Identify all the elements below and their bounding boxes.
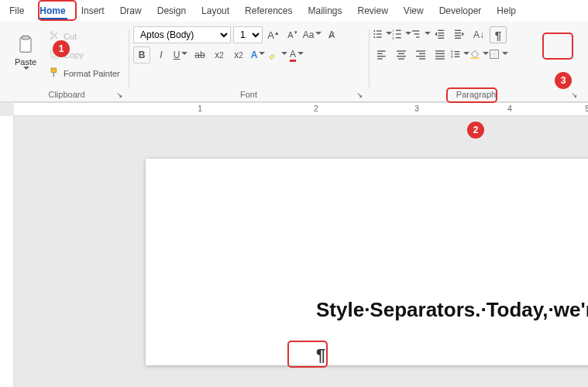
tab-home[interactable]: Home [32, 2, 73, 19]
paragraph-launcher[interactable]: ↘ [571, 91, 580, 100]
svg-rect-17 [396, 33, 401, 34]
ruler-tick-1: 1 [198, 104, 202, 113]
bullets-button[interactable] [373, 26, 390, 43]
svg-point-10 [373, 33, 375, 35]
align-right-icon [414, 48, 427, 63]
tab-references[interactable]: References [237, 2, 300, 19]
svg-text:3: 3 [392, 36, 394, 39]
svg-rect-6 [51, 68, 57, 72]
cut-button[interactable]: Cut [45, 28, 123, 45]
paragraph-mark[interactable]: ¶ [316, 345, 588, 365]
borders-icon [488, 48, 500, 63]
format-painter-button[interactable]: Format Painter [45, 65, 123, 82]
align-left-icon [376, 48, 388, 63]
horizontal-ruler-row: 1 2 3 4 5 [0, 102, 588, 116]
group-font: Aptos (Body) 11 A▲ A▼ Aa A̷ B I U ab x2 … [129, 25, 369, 101]
document-heading[interactable]: Style·Separators.·Today,·we're [316, 298, 588, 322]
document-canvas[interactable]: Style·Separators.·Today,·we're ¶ [14, 116, 588, 387]
group-font-label: Font [133, 90, 364, 101]
borders-button[interactable] [490, 46, 507, 63]
highlight-button[interactable] [269, 46, 286, 63]
font-family-select[interactable]: Aptos (Body) [133, 26, 231, 43]
tab-developer[interactable]: Developer [432, 2, 490, 19]
tab-view[interactable]: View [396, 2, 432, 19]
sort-icon: A↓ [473, 29, 484, 40]
horizontal-ruler[interactable]: 1 2 3 4 5 [14, 102, 588, 116]
tab-help[interactable]: Help [489, 2, 524, 19]
font-launcher[interactable]: ↘ [356, 91, 366, 100]
line-spacing-button[interactable] [451, 46, 468, 63]
increase-indent-button[interactable] [451, 26, 468, 43]
svg-rect-50 [471, 57, 480, 59]
tab-review[interactable]: Review [350, 2, 396, 19]
tab-layout[interactable]: Layout [194, 2, 237, 19]
svg-point-12 [373, 36, 375, 38]
copy-button[interactable]: Copy [45, 46, 123, 63]
ribbon-tabs: File Home Insert Draw Design Layout Refe… [0, 0, 588, 22]
cut-label: Cut [64, 32, 77, 41]
eraser-icon: A̷ [328, 29, 335, 40]
font-size-select[interactable]: 11 [233, 26, 263, 43]
shading-button[interactable] [470, 46, 487, 63]
italic-button[interactable]: I [153, 46, 170, 63]
ruler-tick-3: 3 [414, 104, 419, 113]
svg-rect-9 [377, 30, 382, 31]
decrease-indent-button[interactable] [432, 26, 449, 43]
bullets-icon [372, 28, 384, 43]
svg-rect-35 [397, 50, 406, 51]
svg-rect-1 [22, 36, 29, 39]
svg-rect-7 [53, 72, 54, 77]
scissors-icon [48, 29, 60, 43]
align-center-button[interactable] [393, 46, 410, 63]
svg-rect-44 [435, 53, 445, 53]
svg-rect-15 [396, 29, 401, 30]
clipboard-icon [15, 34, 36, 56]
clear-formatting-button[interactable]: A̷ [323, 26, 340, 43]
highlighter-icon [267, 48, 280, 63]
tab-draw[interactable]: Draw [112, 2, 150, 19]
show-hide-button[interactable]: ¶ [490, 26, 507, 43]
font-color-button[interactable]: A [288, 46, 305, 63]
decrease-font-button[interactable]: A▼ [284, 26, 301, 43]
group-clipboard-label: Clipboard [9, 90, 124, 101]
svg-rect-31 [377, 50, 386, 51]
align-right-button[interactable] [412, 46, 429, 63]
subscript-button[interactable]: x2 [211, 46, 228, 63]
svg-rect-33 [377, 56, 386, 57]
justify-button[interactable] [432, 46, 449, 63]
sort-button[interactable]: A↓ [470, 26, 487, 43]
svg-rect-11 [377, 33, 382, 34]
svg-rect-24 [438, 33, 444, 33]
paste-button[interactable]: Paste [9, 26, 42, 80]
svg-rect-21 [414, 33, 420, 34]
multilevel-icon [411, 28, 423, 43]
text-effects-button[interactable]: A [249, 46, 266, 63]
svg-rect-28 [455, 33, 461, 33]
svg-rect-40 [419, 53, 425, 53]
align-left-button[interactable] [373, 46, 390, 63]
clipboard-launcher[interactable]: ↘ [116, 91, 126, 100]
increase-font-button[interactable]: A▲ [265, 26, 282, 43]
tab-design[interactable]: Design [150, 2, 194, 19]
underline-button[interactable]: U [172, 46, 189, 63]
numbering-button[interactable]: 123 [393, 26, 410, 43]
pilcrow-icon: ¶ [495, 29, 501, 42]
tab-file[interactable]: File [2, 2, 32, 19]
svg-rect-39 [416, 50, 425, 51]
indent-icon [453, 28, 466, 43]
svg-rect-43 [435, 50, 445, 51]
vertical-ruler[interactable] [0, 116, 14, 387]
numbering-icon: 123 [391, 28, 404, 43]
tab-mailings[interactable]: Mailings [300, 2, 349, 19]
svg-rect-22 [416, 36, 419, 37]
svg-rect-5 [53, 52, 58, 58]
svg-rect-41 [416, 56, 425, 57]
strikethrough-button[interactable]: ab [191, 46, 208, 63]
tab-insert[interactable]: Insert [74, 2, 112, 19]
bold-button[interactable]: B [133, 46, 150, 63]
multilevel-list-button[interactable] [412, 26, 429, 43]
superscript-button[interactable]: x2 [230, 46, 247, 63]
svg-rect-19 [396, 37, 401, 38]
change-case-button[interactable]: Aa [304, 26, 321, 43]
svg-rect-45 [435, 56, 445, 57]
